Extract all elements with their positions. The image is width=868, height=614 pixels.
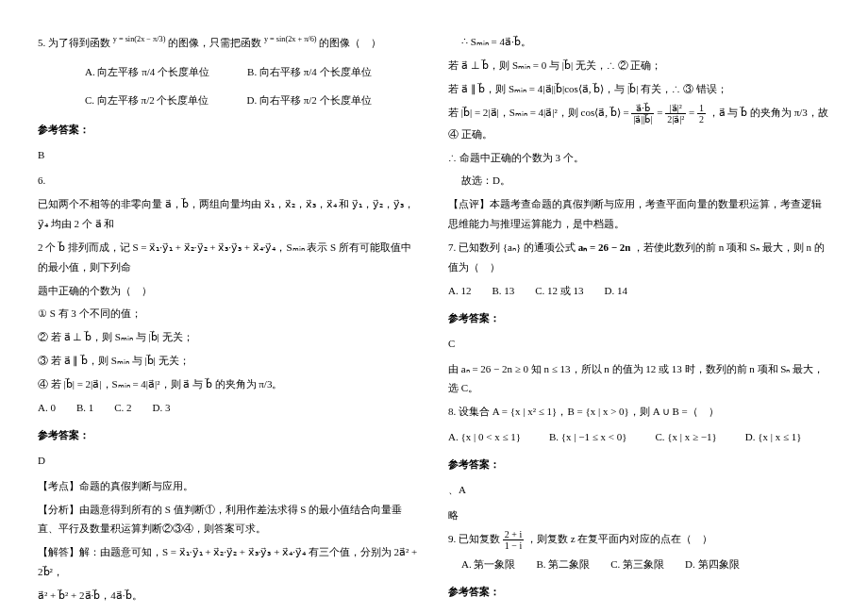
q6-p1: 已知两个不相等的非零向量 a⃗，b⃗，两组向量均由 x⃗₁，x⃗₂，x⃗₃，x⃗… [38, 194, 420, 234]
q8-options: A. {x | 0 < x ≤ 1} B. {x | −1 ≤ x < 0} C… [448, 427, 830, 447]
q9-text-b: ，则复数 z 在复平面内对应的点在（ ） [526, 533, 712, 544]
q6-s1: ① S 有 3 个不同的值； [38, 304, 420, 324]
q6-s2: ② 若 a⃗ ⊥ b⃗，则 Sₘᵢₙ 与 |b⃗| 无关； [38, 327, 420, 347]
q5-answer: B [38, 145, 420, 165]
q6-number: 6. [38, 171, 420, 191]
q9-options: A. 第一象限 B. 第二象限 C. 第三象限 D. 第四象限 [461, 555, 830, 574]
frac-1: a⃗·b⃗|a⃗||b⃗| [631, 103, 654, 124]
q5-options-row2: C. 向左平移 π/2 个长度单位 D. 向右平移 π/2 个长度单位 [85, 91, 420, 110]
c4a: 若 |b⃗| = 2|a⃗|，Sₘᵢₙ = 4|a⃗|²，则 cos⟨a⃗, b… [448, 107, 631, 118]
c2: 若 a⃗ ⊥ b⃗，则 Sₘᵢₙ = 0 与 |b⃗| 无关，∴ ② 正确； [448, 56, 830, 75]
q9-answer-label: 参考答案： [448, 582, 830, 602]
c6: 故选：D。 [461, 171, 830, 191]
q6-p2: 2 个 b⃗ 排列而成，记 S = x⃗₁·y⃗₁ + x⃗₂·y⃗₂ + x⃗… [38, 238, 420, 277]
q8-opt-c: C. {x | x ≥ −1} [656, 427, 717, 447]
q7-answer-label: 参考答案： [448, 308, 830, 328]
q6-kaodian: 【考点】命题的真假判断与应用。 [38, 476, 420, 496]
q5-formula-1: y = sin(2x − π/3) [113, 35, 166, 43]
q5-opt-d: D. 向右平移 π/2 个长度单位 [246, 91, 371, 110]
q9-formula: 2 + i1 − i [503, 529, 524, 551]
page: 5. 为了得到函数 y = sin(2x − π/3) 的图像，只需把函数 y … [38, 28, 830, 614]
c3: 若 a⃗ ∥ b⃗，则 Sₘᵢₙ = 4|a⃗||b⃗|cos⟨a⃗, b⃗⟩，… [448, 79, 830, 99]
right-column: ∴ Sₘᵢₙ = 4a⃗·b⃗。 若 a⃗ ⊥ b⃗，则 Sₘᵢₙ = 0 与 … [448, 28, 830, 614]
q8-stem: 8. 设集合 A = {x | x² ≤ 1}，B = {x | x > 0}，… [448, 402, 830, 422]
q8-opt-b: B. {x | −1 ≤ x < 0} [549, 427, 627, 447]
q6-answer: D [38, 451, 420, 471]
q6-jd1: 【解答】解：由题意可知，S = x⃗₁·y⃗₁ + x⃗₂·y⃗₂ + x⃗₃·… [38, 542, 420, 582]
q6-s4: ④ 若 |b⃗| = 2|a⃗|，Sₘᵢₙ = 4|a⃗|²，则 a⃗ 与 b⃗… [38, 374, 420, 394]
q6-jd3: ∴ ① 正确； [51, 609, 420, 614]
q5-text-c: 的图像（ ） [319, 37, 381, 48]
q6-s3: ③ 若 a⃗ ∥ b⃗，则 Sₘᵢₙ 与 |b⃗| 无关； [38, 351, 420, 371]
q6-jd2: a⃗² + b⃗² + 2a⃗·b⃗，4a⃗·b⃗。 [38, 586, 420, 606]
q7-answer: C [448, 334, 830, 354]
q6-p3: 题中正确的个数为（ ） [38, 281, 420, 301]
q8-opt-d: D. {x | x ≤ 1} [745, 427, 802, 447]
q7-solution: 由 aₙ = 26 − 2n ≥ 0 知 n ≤ 13，所以 n 的值为 12 … [448, 359, 830, 399]
q6-answer-label: 参考答案： [38, 425, 420, 445]
q5-opt-a: A. 向左平移 π/4 个长度单位 [85, 62, 209, 82]
q7-text-a: 7. 已知数列 {aₙ} 的通项公式 [448, 241, 578, 253]
q5-text-b: 的图像，只需把函数 [168, 37, 261, 48]
c1: ∴ Sₘᵢₙ = 4a⃗·b⃗。 [461, 32, 830, 52]
q8-solution: 略 [448, 506, 830, 525]
c7: 【点评】本题考查命题的真假判断与应用，考查平面向量的数量积运算，考查逻辑思维能力… [448, 194, 830, 234]
q5-formula-2: y = sin(2x + π/6) [264, 35, 317, 43]
frac-3: 12 [697, 103, 706, 124]
q9-stem: 9. 已知复数 2 + i1 − i ，则复数 z 在复平面内对应的点在（ ） [448, 529, 830, 551]
q8-answer-label: 参考答案： [448, 455, 830, 474]
q8-opt-a: A. {x | 0 < x ≤ 1} [448, 427, 521, 447]
left-column: 5. 为了得到函数 y = sin(2x − π/3) 的图像，只需把函数 y … [38, 28, 420, 614]
q9-answer: A [448, 607, 830, 614]
q6-options: A. 0 B. 1 C. 2 D. 3 [38, 398, 420, 418]
frac-2: |a⃗|²2|a⃗|² [665, 103, 686, 124]
q5-opt-c: C. 向左平移 π/2 个长度单位 [85, 91, 209, 110]
q5-text-a: 5. 为了得到函数 [38, 37, 110, 48]
q7-options: A. 12 B. 13 C. 12 或 13 D. 14 [448, 281, 830, 301]
q5-options: A. 向左平移 π/4 个长度单位 B. 向右平移 π/4 个长度单位 [85, 62, 420, 82]
q5-opt-b: B. 向右平移 π/4 个长度单位 [247, 62, 371, 82]
c4: 若 |b⃗| = 2|a⃗|，Sₘᵢₙ = 4|a⃗|²，则 cos⟨a⃗, b… [448, 103, 830, 144]
q7-formula: aₙ = 26 − 2n [578, 241, 631, 253]
q7-stem: 7. 已知数列 {aₙ} 的通项公式 aₙ = 26 − 2n ，若使此数列的前… [448, 238, 830, 277]
q5-answer-label: 参考答案： [38, 120, 420, 140]
q6-fenxi: 【分析】由题意得到所有的 S 值判断①，利用作差法求得 S 的最小值结合向量垂直… [38, 500, 420, 539]
c5: ∴ 命题中正确的个数为 3 个。 [448, 148, 830, 168]
q5-stem: 5. 为了得到函数 y = sin(2x − π/3) 的图像，只需把函数 y … [38, 32, 420, 53]
q8-answer: 、A [448, 480, 830, 500]
q9-text-a: 9. 已知复数 [448, 533, 503, 544]
